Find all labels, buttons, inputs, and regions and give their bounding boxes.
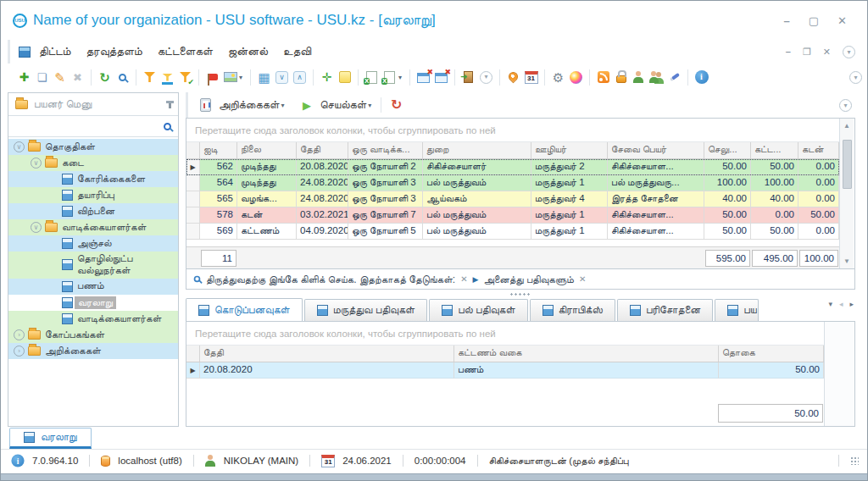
- user-key-icon[interactable]: [630, 69, 648, 86]
- clear-filter-icon[interactable]: [579, 274, 586, 284]
- reports-menu-button[interactable]: அறிக்கைகள்: [219, 98, 279, 112]
- actions-menu-button[interactable]: செயல்கள்: [320, 98, 366, 112]
- column-header[interactable]: கட்டணம் வகை: [454, 346, 719, 362]
- note-icon[interactable]: [336, 69, 353, 86]
- scroll-up-icon[interactable]: ▲: [843, 119, 850, 133]
- tree-item-9[interactable]: வரலாறு: [8, 295, 178, 312]
- info-icon[interactable]: [693, 69, 710, 86]
- search-icon[interactable]: [164, 123, 171, 130]
- detail-tab-4[interactable]: பரிசோதனை: [617, 299, 713, 321]
- toolbar-overflow-icon[interactable]: [849, 71, 862, 84]
- column-header[interactable]: தொகை: [719, 346, 824, 362]
- tree-item-1[interactable]: ∨கடை: [8, 155, 178, 171]
- table-row[interactable]: 569கட்டணம்04.09.2020ஒரு நோயாளி 5பல் மருத…: [186, 224, 839, 240]
- collapse-node-icon[interactable]: ∨: [31, 158, 42, 169]
- collapse-all-icon[interactable]: ∨: [273, 69, 291, 86]
- column-header[interactable]: ஊழியர்: [531, 142, 608, 158]
- detail-tab-3[interactable]: கிராபிக்ஸ்: [530, 299, 615, 321]
- minimize-button[interactable]: [784, 14, 790, 27]
- collapse-node-icon[interactable]: ∨: [14, 141, 25, 152]
- column-header[interactable]: தேதி: [297, 142, 348, 158]
- actions-icon[interactable]: [298, 97, 315, 113]
- detail-scroll-strip[interactable]: [824, 322, 854, 426]
- menu-item[interactable]: ஜன்னல்: [228, 45, 268, 58]
- tree-item-11[interactable]: ›கோப்பகங்கள்: [8, 327, 178, 343]
- tab-scroll-left-icon[interactable]: ◂: [839, 300, 843, 308]
- columns-icon[interactable]: [255, 69, 273, 86]
- edit-record-icon[interactable]: [51, 69, 69, 86]
- expand-all-icon[interactable]: ∧: [291, 69, 309, 86]
- table-row[interactable]: 564முடிந்தது24.08.2020ஒரு நோயாளி 3பல் மர…: [186, 175, 839, 191]
- column-header[interactable]: நிலை: [237, 142, 297, 158]
- detail-tab-0[interactable]: கொடுப்பனவுகள்: [186, 298, 303, 321]
- resize-grip[interactable]: [850, 456, 859, 465]
- close-button[interactable]: [837, 14, 847, 27]
- table-row[interactable]: 565வழங்க...24.08.2020ஒரு நோயாளி 3ஆய்வகம்…: [186, 191, 839, 207]
- tree-item-6[interactable]: அஞ்சல்: [8, 235, 178, 252]
- delete-record-icon[interactable]: [69, 69, 86, 86]
- pin-icon[interactable]: [169, 101, 171, 108]
- mdi-restore-button[interactable]: [803, 47, 811, 58]
- mdi-close-button[interactable]: [823, 47, 831, 58]
- tree-item-7[interactable]: தொழில்நுட்ப வல்லுநர்கள்: [8, 252, 178, 279]
- horizontal-splitter[interactable]: [186, 290, 855, 298]
- add-column-icon[interactable]: [318, 69, 336, 86]
- filter-clear-icon[interactable]: [159, 69, 176, 86]
- close-window-icon[interactable]: [415, 69, 432, 86]
- filter-apply-icon[interactable]: [176, 69, 194, 86]
- column-header[interactable]: கடன்: [798, 142, 839, 158]
- refresh-icon[interactable]: [96, 69, 114, 86]
- filter-prompt[interactable]: திருத்துவதற்கு இங்கே கிளிக் செய்க. இதற்க…: [206, 274, 455, 285]
- settings-icon[interactable]: [549, 69, 567, 86]
- tree-item-10[interactable]: வாடிக்கையாளர்கள்: [8, 311, 178, 327]
- reports-icon[interactable]: [197, 97, 214, 113]
- menu-item[interactable]: கட்டளைகள்: [158, 45, 213, 58]
- search-icon[interactable]: [114, 69, 131, 86]
- filter-all-records[interactable]: அனைத்து பதிவுகளும்: [483, 274, 573, 285]
- maximize-button[interactable]: [809, 14, 819, 27]
- excel-export-menu-icon[interactable]: [381, 69, 398, 86]
- column-header[interactable]: செலு...: [704, 142, 751, 158]
- lock-icon[interactable]: [612, 69, 630, 86]
- vertical-scrollbar[interactable]: ▲ ▼: [839, 119, 854, 268]
- tree-item-12[interactable]: ›அறிக்கைகள்: [8, 343, 178, 359]
- table-row[interactable]: ▶20.08.2020பணம்50.00: [186, 362, 824, 379]
- expand-node-icon[interactable]: ›: [14, 346, 25, 357]
- doc-tab-history[interactable]: வரலாறு: [9, 428, 92, 449]
- exit-icon[interactable]: [459, 69, 477, 86]
- column-header[interactable]: ஒரு வாடிக்க...: [348, 142, 423, 158]
- column-header[interactable]: ஐடி: [200, 142, 237, 158]
- close-all-windows-icon[interactable]: [432, 69, 450, 86]
- sidebar-search[interactable]: [8, 116, 178, 137]
- calendar-icon[interactable]: 31: [522, 69, 540, 86]
- add-record-icon[interactable]: [15, 69, 33, 86]
- colors-icon[interactable]: [567, 69, 585, 86]
- detail-tab-5[interactable]: பய: [715, 299, 759, 321]
- plugin-icon[interactable]: [665, 69, 683, 86]
- menu-overflow-icon[interactable]: [843, 46, 855, 58]
- tree-item-4[interactable]: விற்பனை: [8, 203, 178, 219]
- tree-item-0[interactable]: ∨தொகுதிகள்: [8, 139, 178, 155]
- column-header[interactable]: கட்ட...: [751, 142, 798, 158]
- menu-item[interactable]: உதவி: [283, 45, 311, 58]
- scroll-down-icon[interactable]: ▼: [843, 254, 850, 268]
- refresh-data-icon[interactable]: [387, 97, 405, 113]
- menu-item[interactable]: தரவுத்தளம்: [86, 45, 142, 58]
- mdi-child-icon[interactable]: [19, 47, 31, 58]
- tree-item-2[interactable]: கோரிக்கைகளை: [8, 171, 178, 187]
- filter-bar[interactable]: திருத்துவதற்கு இங்கே கிளிக் செய்க. இதற்க…: [186, 268, 854, 289]
- table-row[interactable]: 578கடன்03.02.2021ஒரு நோயாளி 7பல் மருத்து…: [186, 207, 839, 224]
- expand-node-icon[interactable]: ›: [14, 329, 25, 340]
- collapse-node-icon[interactable]: ∨: [31, 222, 42, 233]
- content-toolbar-overflow-icon[interactable]: [839, 99, 852, 112]
- tree-item-3[interactable]: தயாரிப்பு: [8, 187, 178, 203]
- menu-item[interactable]: திட்டம்: [39, 45, 71, 58]
- tree-item-5[interactable]: ∨வாடிக்கையாளர்கள்: [8, 219, 178, 235]
- copy-record-icon[interactable]: [33, 69, 51, 86]
- mdi-minimize-button[interactable]: [786, 47, 791, 57]
- overflow-circle-icon[interactable]: [477, 69, 495, 86]
- tab-scroll-right-icon[interactable]: ▸: [849, 300, 854, 308]
- rss-icon[interactable]: [594, 69, 612, 86]
- filter-icon[interactable]: [141, 69, 159, 86]
- column-header[interactable]: துறை: [423, 142, 531, 158]
